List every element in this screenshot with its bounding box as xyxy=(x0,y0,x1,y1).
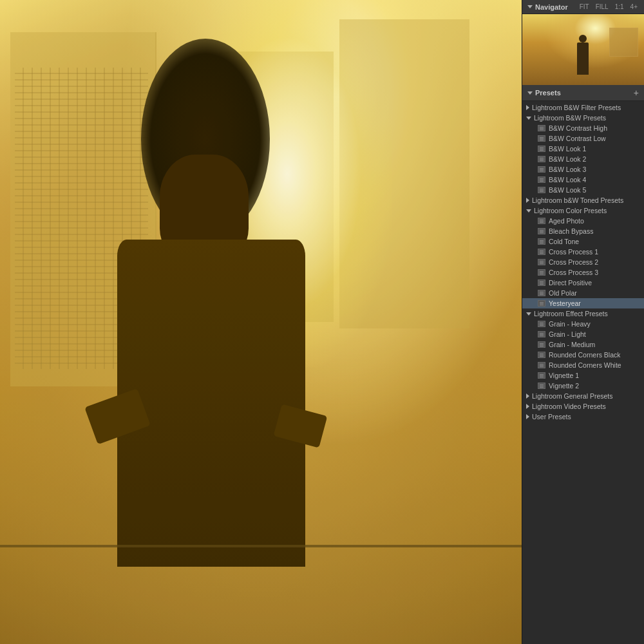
list-item[interactable]: Direct Positive xyxy=(522,278,644,288)
nav-1-1-button[interactable]: 1:1 xyxy=(614,3,625,11)
railing xyxy=(0,545,522,547)
preset-label: Grain - Heavy xyxy=(549,320,591,328)
preset-group-bw-toned: Lightroom b&W Toned Presets xyxy=(522,195,644,205)
presets-collapse-icon xyxy=(527,91,533,95)
preset-label: Rounded Corners White xyxy=(549,361,621,369)
list-item[interactable]: B&W Look 5 xyxy=(522,185,644,195)
person-silhouette xyxy=(94,39,329,567)
list-item[interactable]: Cross Process 3 xyxy=(522,267,644,278)
list-item[interactable]: Cross Process 1 xyxy=(522,247,644,257)
color-presets-collapse-icon xyxy=(526,209,531,213)
preset-icon xyxy=(538,362,545,368)
preset-label: Cold Tone xyxy=(549,238,579,245)
bw-filter-expand-icon xyxy=(526,105,529,110)
list-item[interactable]: Cold Tone xyxy=(522,236,644,247)
general-presets-expand-icon xyxy=(526,393,529,399)
presets-section: Presets + Lightroom B&W Filter Presets xyxy=(522,85,644,644)
preset-group-color-header[interactable]: Lightroom Color Presets xyxy=(522,205,644,216)
list-item[interactable]: B&W Contrast Low xyxy=(522,133,644,144)
preset-label: Cross Process 3 xyxy=(549,269,598,276)
preset-icon xyxy=(538,228,545,234)
list-item[interactable]: B&W Look 1 xyxy=(522,144,644,154)
preset-icon xyxy=(538,300,545,307)
preset-icon xyxy=(538,372,545,379)
list-item[interactable]: Rounded Corners White xyxy=(522,360,644,370)
person-arm-left xyxy=(274,404,328,448)
list-item[interactable]: Grain - Heavy xyxy=(522,319,644,329)
photo-area xyxy=(0,0,522,644)
photo-background xyxy=(0,0,522,644)
preset-label: Aged Photo xyxy=(549,217,584,225)
preset-label: B&W Look 4 xyxy=(549,176,586,184)
bw-presets-collapse-icon xyxy=(526,117,531,120)
nav-zoom-button[interactable]: 4+ xyxy=(629,3,639,11)
preset-label: B&W Contrast High xyxy=(549,124,607,132)
preset-tree: Lightroom B&W Filter Presets Lightroom B… xyxy=(522,101,644,423)
preset-group-effect: Lightroom Effect Presets Grain - Heavy G… xyxy=(522,308,644,391)
effect-presets-label: Lightroom Effect Presets xyxy=(534,310,608,317)
effect-presets-collapse-icon xyxy=(526,312,531,316)
navigator-thumbnail[interactable] xyxy=(522,14,644,85)
preset-label: Cross Process 2 xyxy=(549,258,598,266)
preset-group-general: Lightroom General Presets xyxy=(522,391,644,401)
list-item[interactable]: Cross Process 2 xyxy=(522,257,644,267)
list-item[interactable]: Aged Photo xyxy=(522,216,644,226)
list-item[interactable]: B&W Look 3 xyxy=(522,164,644,175)
list-item[interactable]: B&W Look 4 xyxy=(522,175,644,185)
preset-label: Vignette 1 xyxy=(549,372,579,379)
nav-fit-button[interactable]: FIT xyxy=(578,3,591,11)
navigator-collapse-icon xyxy=(527,5,533,8)
list-item[interactable]: Vignette 2 xyxy=(522,381,644,391)
preset-icon xyxy=(538,146,545,152)
preset-group-bw-filter-header[interactable]: Lightroom B&W Filter Presets xyxy=(522,102,644,113)
list-item[interactable]: Vignette 1 xyxy=(522,370,644,381)
preset-group-user: User Presets xyxy=(522,412,644,422)
list-item[interactable]: Grain - Medium xyxy=(522,339,644,350)
bw-toned-label: Lightroom b&W Toned Presets xyxy=(532,196,623,204)
preset-icon xyxy=(538,383,545,389)
preset-label: Vignette 2 xyxy=(549,382,579,390)
preset-icon xyxy=(538,279,545,286)
preset-label: B&W Look 5 xyxy=(549,186,586,194)
list-item[interactable]: Old Polar xyxy=(522,288,644,298)
effect-presets-items: Grain - Heavy Grain - Light Grain - Medi… xyxy=(522,319,644,391)
list-item[interactable]: Rounded Corners Black xyxy=(522,350,644,360)
preset-label: Old Polar xyxy=(549,289,577,297)
preset-group-bw-presets-header[interactable]: Lightroom B&W Presets xyxy=(522,113,644,123)
preset-group-color: Lightroom Color Presets Aged Photo Bleac… xyxy=(522,205,644,308)
preset-icon xyxy=(538,187,545,193)
list-item[interactable]: B&W Look 2 xyxy=(522,154,644,164)
thumb-person xyxy=(577,43,589,75)
navigator-header-left: Navigator xyxy=(527,3,568,11)
navigator-title: Navigator xyxy=(535,3,568,11)
preset-group-user-header[interactable]: User Presets xyxy=(522,412,644,422)
preset-group-video: Lightroom Video Presets xyxy=(522,401,644,412)
preset-group-effect-header[interactable]: Lightroom Effect Presets xyxy=(522,308,644,319)
bw-filter-label: Lightroom B&W Filter Presets xyxy=(532,104,621,111)
presets-title: Presets xyxy=(535,89,561,97)
preset-group-video-header[interactable]: Lightroom Video Presets xyxy=(522,401,644,412)
presets-add-button[interactable]: + xyxy=(634,88,639,97)
preset-group-bw-presets: Lightroom B&W Presets B&W Contrast High … xyxy=(522,113,644,195)
person-body xyxy=(117,240,305,567)
color-presets-items: Aged Photo Bleach Bypass Cold Tone xyxy=(522,216,644,308)
preset-label-yesteryear: Yesteryear xyxy=(549,299,581,307)
navigator-controls: FIT FILL 1:1 4+ xyxy=(578,3,639,11)
user-presets-label: User Presets xyxy=(532,413,571,421)
list-item[interactable]: Grain - Light xyxy=(522,329,644,339)
preset-group-bw-filter: Lightroom B&W Filter Presets xyxy=(522,102,644,113)
nav-fill-button[interactable]: FILL xyxy=(594,3,610,11)
preset-label: B&W Look 3 xyxy=(549,166,586,173)
general-presets-label: Lightroom General Presets xyxy=(532,392,612,400)
preset-group-general-header[interactable]: Lightroom General Presets xyxy=(522,391,644,401)
person-arm-right xyxy=(84,388,151,444)
presets-header[interactable]: Presets + xyxy=(522,85,644,101)
list-item[interactable]: B&W Contrast High xyxy=(522,123,644,133)
navigator-header[interactable]: Navigator FIT FILL 1:1 4+ xyxy=(522,0,644,14)
preset-icon xyxy=(538,331,545,337)
list-item[interactable]: Bleach Bypass xyxy=(522,226,644,236)
preset-icon xyxy=(538,290,545,296)
preset-group-bw-toned-header[interactable]: Lightroom b&W Toned Presets xyxy=(522,195,644,205)
video-presets-expand-icon xyxy=(526,404,529,409)
list-item-selected[interactable]: Yesteryear xyxy=(522,298,644,308)
